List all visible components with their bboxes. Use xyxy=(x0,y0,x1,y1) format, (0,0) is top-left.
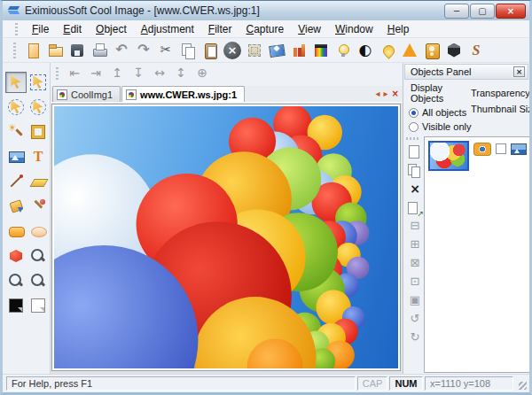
magic-wand-button[interactable] xyxy=(5,121,27,143)
cut-button[interactable]: ✂ xyxy=(155,40,176,61)
contrast-button[interactable]: ◐ xyxy=(355,40,376,61)
menu-object[interactable]: Object xyxy=(89,21,134,37)
center-vertical-button[interactable]: ↕ xyxy=(171,65,191,84)
effects-button[interactable] xyxy=(266,40,287,61)
foreground-color-button[interactable] xyxy=(5,295,27,316)
draw-polygon-icon xyxy=(7,247,25,265)
radio-all-objects[interactable]: All objects xyxy=(409,107,471,118)
flip-object-button[interactable]: ↻ xyxy=(406,330,422,346)
draw-rectangle-button[interactable] xyxy=(5,221,27,242)
radio-icon xyxy=(409,108,419,118)
brightness-button[interactable] xyxy=(332,40,354,61)
align-top-button[interactable]: ↥ xyxy=(107,65,127,84)
save-icon xyxy=(68,42,86,59)
zoom-in-button[interactable]: + xyxy=(27,245,49,267)
gamma-button[interactable] xyxy=(399,40,420,61)
align-left-button[interactable]: ⇤ xyxy=(65,65,84,84)
status-bar: For Help, press F1 CAP NUM x=1110 y=108 xyxy=(3,374,529,392)
redo-button[interactable]: ↷ xyxy=(133,40,154,61)
eraser-icon xyxy=(29,173,47,190)
align-toolbar: ⇤⇥↥↧↔↕⊕ xyxy=(51,63,403,86)
rotate-select-button[interactable] xyxy=(5,97,27,118)
visibility-checkbox[interactable] xyxy=(496,143,506,154)
caps-lock-indicator: CAP xyxy=(357,376,387,391)
curve-button[interactable]: S xyxy=(466,40,487,61)
document-icon xyxy=(126,89,137,100)
menu-filter[interactable]: Filter xyxy=(201,21,239,37)
transform-select-icon xyxy=(29,74,47,91)
merge-down-button[interactable]: ⊟ xyxy=(406,219,422,235)
eraser-button[interactable] xyxy=(27,171,49,192)
subtract-button[interactable]: ⊠ xyxy=(406,256,422,272)
zoom-in-icon: + xyxy=(29,247,47,265)
menu-adjustment[interactable]: Adjustment xyxy=(134,21,201,37)
print-button[interactable] xyxy=(89,40,110,61)
align-right-button[interactable]: ⇥ xyxy=(86,65,106,84)
radio-visible-only[interactable]: Visible only xyxy=(409,121,471,132)
object-thumbnail[interactable] xyxy=(428,141,469,171)
panel-close-icon[interactable]: × xyxy=(513,66,525,77)
maximize-button[interactable]: ▢ xyxy=(470,4,495,19)
export-object-button[interactable] xyxy=(406,200,422,216)
crop-button[interactable] xyxy=(27,121,49,143)
hue-button[interactable] xyxy=(377,40,398,61)
center-in-canvas-button[interactable]: ⊕ xyxy=(192,65,212,84)
portrait-icon xyxy=(423,42,441,59)
menu-capture[interactable]: Capture xyxy=(239,21,292,37)
tab-coolimg1[interactable]: CoolImg1 xyxy=(52,86,121,102)
menu-help[interactable]: Help xyxy=(380,21,417,37)
tab-cwer-jpg[interactable]: www.CWER.ws.jpg:1 xyxy=(121,86,245,102)
palette-bars-button[interactable] xyxy=(310,40,332,61)
perspective-select-button[interactable] xyxy=(27,97,49,118)
minimize-button[interactable]: ─ xyxy=(444,4,469,19)
new-object-button[interactable] xyxy=(406,144,422,160)
delete-button[interactable]: × xyxy=(222,40,243,61)
draw-line-button[interactable] xyxy=(5,171,27,192)
order-button[interactable]: ▣ xyxy=(406,293,422,309)
portrait-button[interactable] xyxy=(421,40,442,61)
menu-window[interactable]: Window xyxy=(328,21,380,37)
zoom-out-button[interactable]: − xyxy=(5,270,27,291)
cube-button[interactable] xyxy=(443,40,465,61)
union-button[interactable]: ⊞ xyxy=(406,237,422,253)
close-button[interactable]: × xyxy=(496,4,526,19)
window-title: EximiousSoft Cool Image - [www.CWER.ws.j… xyxy=(25,4,444,17)
copy-button[interactable] xyxy=(177,40,199,61)
draw-ellipse-button[interactable] xyxy=(27,221,49,242)
new-object-icon xyxy=(406,144,424,162)
pen-button[interactable] xyxy=(27,196,49,217)
effects-icon xyxy=(268,42,286,59)
visibility-eye-icon[interactable] xyxy=(473,143,491,156)
fill-color-button[interactable] xyxy=(5,196,27,217)
histogram-button[interactable] xyxy=(288,40,309,61)
select-button[interactable] xyxy=(5,72,27,93)
canvas-grid-button[interactable] xyxy=(244,40,265,61)
title-bar[interactable]: EximiousSoft Cool Image - [www.CWER.ws.j… xyxy=(3,1,529,20)
open-button[interactable] xyxy=(44,40,66,61)
balloon-image[interactable] xyxy=(54,106,398,368)
insert-image-button[interactable] xyxy=(5,146,27,167)
rotate-object-button[interactable]: ↺ xyxy=(406,312,422,328)
undo-button[interactable]: ↶ xyxy=(111,40,132,61)
duplicate-object-button[interactable] xyxy=(406,163,422,179)
insert-text-button[interactable]: T xyxy=(27,146,49,167)
tab-close-icon[interactable]: × xyxy=(392,89,399,99)
paste-button[interactable] xyxy=(200,40,221,61)
tab-next-icon[interactable]: ▸ xyxy=(384,89,388,99)
transform-select-button[interactable] xyxy=(27,72,49,93)
menu-view[interactable]: View xyxy=(291,21,328,37)
zoom-actual-button[interactable] xyxy=(27,270,49,291)
align-bottom-button[interactable]: ↧ xyxy=(129,65,148,84)
tab-prev-icon[interactable]: ◂ xyxy=(376,89,380,99)
resize-grip[interactable] xyxy=(515,376,528,391)
new-button[interactable] xyxy=(22,40,43,61)
delete-object-button[interactable]: × xyxy=(406,182,422,198)
center-horizontal-button[interactable]: ↔ xyxy=(150,65,169,84)
intersect-button[interactable]: ⊡ xyxy=(406,275,422,290)
save-button[interactable] xyxy=(66,40,88,61)
menu-file[interactable]: File xyxy=(25,21,56,37)
draw-polygon-button[interactable] xyxy=(5,245,27,267)
background-color-button[interactable] xyxy=(27,295,49,316)
menu-edit[interactable]: Edit xyxy=(56,21,89,37)
objects-panel-header[interactable]: Objects Panel × xyxy=(404,64,528,80)
